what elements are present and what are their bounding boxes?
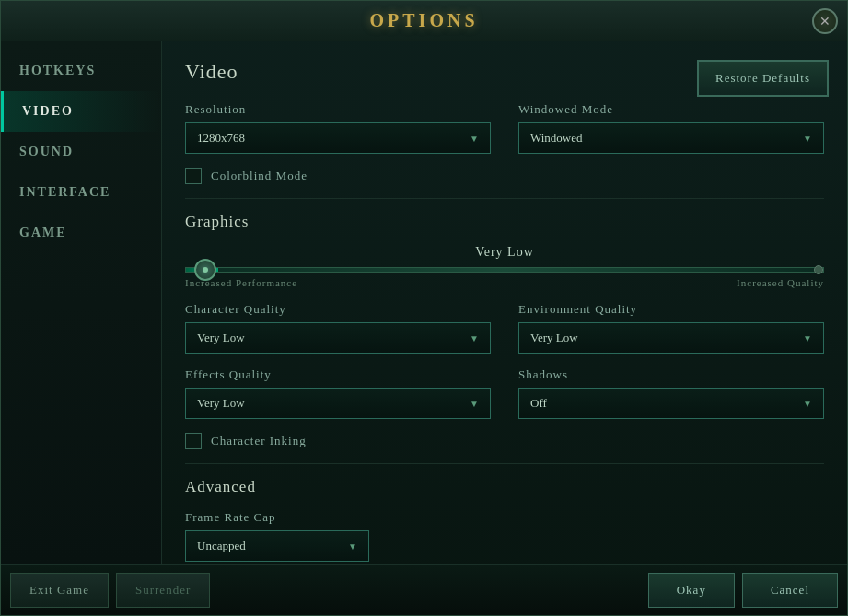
colorblind-mode-checkbox[interactable]: [185, 168, 202, 184]
environment-quality-group: Environment Quality Very Low ▼: [518, 302, 824, 354]
quality-row-1: Character Quality Very Low ▼ Environment…: [185, 302, 824, 354]
quality-row-2: Effects Quality Very Low ▼ Shadows Off ▼: [185, 367, 824, 419]
advanced-title: Advanced: [185, 478, 824, 496]
effects-quality-group: Effects Quality Very Low ▼: [185, 367, 491, 419]
frame-rate-row: Frame Rate Cap Uncapped ▼: [185, 510, 824, 562]
effects-quality-arrow-icon: ▼: [470, 399, 479, 409]
quality-slider-track[interactable]: [185, 267, 824, 273]
quality-slider-thumb[interactable]: [194, 259, 216, 281]
effects-quality-value: Very Low: [197, 396, 245, 411]
sidebar-item-game[interactable]: GAME: [1, 213, 161, 253]
sidebar-item-video[interactable]: VIDEO: [1, 91, 161, 132]
colorblind-mode-label: Colorblind Mode: [211, 169, 308, 183]
slider-labels: Increased Performance Increased Quality: [185, 277, 824, 288]
character-quality-arrow-icon: ▼: [470, 333, 479, 343]
graphics-title: Graphics: [185, 213, 824, 231]
frame-rate-dropdown[interactable]: Uncapped ▼: [185, 530, 369, 562]
quality-slider-label: Very Low: [185, 245, 824, 260]
divider-1: [185, 198, 824, 199]
colorblind-mode-row: Colorblind Mode: [185, 168, 824, 184]
slider-thumb-dot: [203, 267, 208, 273]
shadows-arrow-icon: ▼: [803, 399, 812, 409]
windowed-mode-arrow-icon: ▼: [803, 134, 812, 144]
restore-defaults-button[interactable]: Restore Defaults: [697, 60, 829, 97]
close-button[interactable]: ✕: [812, 8, 838, 34]
frame-rate-group: Frame Rate Cap Uncapped ▼: [185, 510, 369, 562]
quality-slider-container: Very Low Increased Performance Increased…: [185, 245, 824, 288]
character-inking-row: Character Inking: [185, 433, 824, 449]
shadows-group: Shadows Off ▼: [518, 367, 824, 419]
windowed-mode-label: Windowed Mode: [518, 102, 824, 117]
windowed-mode-group: Windowed Mode Windowed ▼: [518, 102, 824, 154]
sidebar-item-hotkeys[interactable]: HOTKEYS: [1, 51, 161, 91]
divider-2: [185, 463, 824, 464]
windowed-mode-dropdown[interactable]: Windowed ▼: [518, 122, 824, 154]
slider-thumb-inner: [194, 259, 216, 281]
resolution-value: 1280x768: [197, 131, 245, 145]
shadows-dropdown[interactable]: Off ▼: [518, 388, 824, 419]
resolution-group: Resolution 1280x768 ▼: [185, 102, 491, 154]
exit-game-button[interactable]: Exit Game: [10, 573, 109, 608]
main-layout: HOTKEYS VIDEO SOUND INTERFACE GAME Video…: [1, 41, 847, 564]
environment-quality-value: Very Low: [530, 331, 578, 345]
resolution-row: Resolution 1280x768 ▼ Windowed Mode Wind…: [185, 102, 824, 154]
slider-end-marker: [814, 265, 823, 274]
sidebar-item-sound[interactable]: SOUND: [1, 132, 161, 172]
resolution-arrow-icon: ▼: [470, 134, 479, 144]
windowed-mode-value: Windowed: [530, 131, 583, 145]
environment-quality-dropdown[interactable]: Very Low ▼: [518, 322, 824, 354]
character-inking-label: Character Inking: [211, 434, 307, 448]
title-bar: OPTIONS ✕: [1, 1, 847, 41]
resolution-dropdown[interactable]: 1280x768 ▼: [185, 122, 491, 154]
bottom-bar: Exit Game Surrender Okay Cancel: [1, 564, 847, 615]
frame-rate-arrow-icon: ▼: [348, 541, 357, 552]
character-inking-checkbox[interactable]: [185, 433, 202, 449]
environment-quality-label: Environment Quality: [518, 302, 824, 317]
shadows-label: Shadows: [518, 367, 824, 382]
content-area: Video Restore Defaults Resolution 1280x7…: [162, 41, 847, 564]
frame-rate-value: Uncapped: [197, 539, 246, 553]
options-window: OPTIONS ✕ HOTKEYS VIDEO SOUND INTERFACE …: [0, 0, 848, 616]
character-quality-value: Very Low: [197, 331, 245, 345]
sidebar: HOTKEYS VIDEO SOUND INTERFACE GAME: [1, 41, 162, 564]
sidebar-item-interface[interactable]: INTERFACE: [1, 172, 161, 213]
effects-quality-dropdown[interactable]: Very Low ▼: [185, 388, 491, 419]
character-quality-group: Character Quality Very Low ▼: [185, 302, 491, 354]
okay-button[interactable]: Okay: [648, 573, 735, 608]
character-quality-dropdown[interactable]: Very Low ▼: [185, 322, 491, 354]
slider-right-label: Increased Quality: [737, 277, 824, 288]
shadows-value: Off: [530, 396, 547, 411]
frame-rate-label: Frame Rate Cap: [185, 510, 369, 525]
environment-quality-arrow-icon: ▼: [803, 333, 812, 343]
cancel-button[interactable]: Cancel: [742, 573, 838, 608]
window-title: OPTIONS: [369, 10, 478, 31]
resolution-label: Resolution: [185, 102, 491, 117]
effects-quality-label: Effects Quality: [185, 367, 491, 382]
character-quality-label: Character Quality: [185, 302, 491, 317]
surrender-button[interactable]: Surrender: [116, 573, 210, 608]
